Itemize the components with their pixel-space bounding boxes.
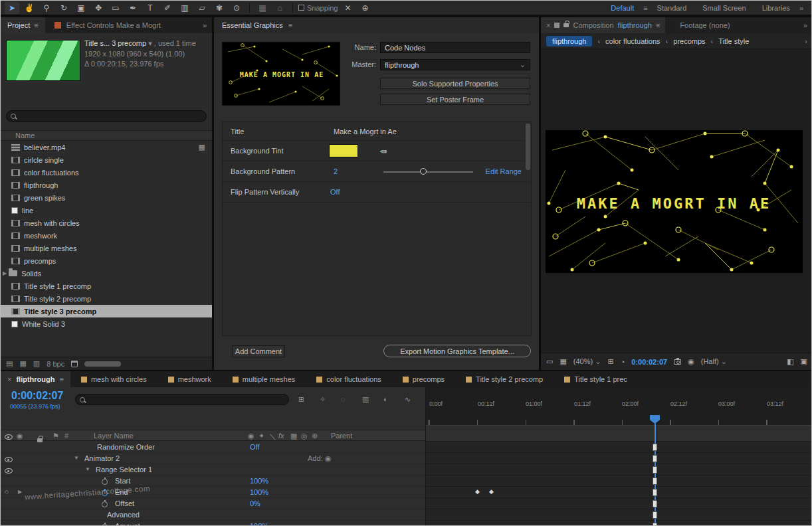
timeline-tab[interactable]: mesh with circles	[81, 375, 147, 383]
project-item-row[interactable]: Title style 1 precomp	[1, 280, 212, 292]
project-search-input[interactable]	[6, 110, 207, 122]
trash-icon[interactable]	[71, 361, 78, 367]
eye-icon[interactable]	[5, 457, 13, 462]
current-timecode[interactable]: 0:00:02:07	[11, 390, 63, 402]
export-mogrt-button[interactable]: Export Motion Graphics Template...	[383, 345, 531, 357]
rotation-tool-icon[interactable]: ↻	[56, 2, 71, 14]
workspace-small-screen[interactable]: Small Screen	[702, 4, 746, 12]
property-row-title[interactable]: Title Make a Mogrt in Ae	[223, 122, 531, 141]
breadcrumb-precomps[interactable]: precomps	[673, 37, 705, 45]
close-icon[interactable]: ×	[7, 375, 11, 383]
project-item-row[interactable]: multiple meshes	[1, 242, 212, 254]
project-item-row[interactable]: Title style 2 precomp	[1, 292, 212, 305]
project-item-row[interactable]: mesh with circles	[1, 217, 212, 229]
composition-viewport[interactable]: MAKE A MOGRT IN AE	[546, 130, 803, 273]
mask-feather-icon[interactable]: ▦	[255, 2, 270, 14]
main-view-icon[interactable]: ▦	[559, 357, 566, 366]
list-view-icon[interactable]: ▤	[6, 359, 13, 368]
motion-blur-icon[interactable]: ◐	[383, 395, 388, 403]
pattern-slider-knob[interactable]	[420, 168, 427, 175]
title-property-value[interactable]: Make a Mogrt in Ae	[334, 128, 397, 135]
panel-menu-icon[interactable]: ≡	[288, 21, 292, 29]
item-dropdown-icon[interactable]: ▾	[148, 39, 152, 47]
keyframe-icon[interactable]: ◆	[475, 488, 480, 495]
group-row-range-selector-1[interactable]: ▼ Range Selector 1	[1, 464, 425, 476]
workspace-libraries[interactable]: Libraries	[762, 4, 790, 12]
property-value[interactable]: 100%	[250, 477, 268, 485]
snap-off-icon[interactable]: ✕	[341, 2, 355, 14]
group-row-animator-2[interactable]: ▼ Animator 2 Add: ◉	[1, 453, 425, 464]
timeline-tab[interactable]: Title style 2 precomp	[466, 375, 543, 383]
panel-overflow-icon[interactable]: »	[203, 21, 207, 29]
project-item-row-solids[interactable]: ▶ Solids	[1, 267, 212, 280]
property-row-amount[interactable]: Amount 100%	[1, 521, 425, 526]
frame-blend-switch-icon[interactable]: ▦	[290, 432, 297, 440]
exposure-icon[interactable]: ▣	[801, 357, 807, 366]
draft-3d-icon[interactable]: ✧	[320, 395, 326, 404]
panel-overflow-icon[interactable]: »	[803, 21, 807, 29]
property-row-offset[interactable]: Offset 0%	[1, 498, 425, 509]
name-column-header[interactable]: Name	[15, 132, 35, 139]
breadcrumb-color-fluctuations[interactable]: color fluctuations	[605, 37, 660, 45]
twirl-down-icon[interactable]: ▼	[74, 455, 79, 461]
graph-editor-icon[interactable]: ∿	[405, 395, 411, 404]
timeline-tab-flipthrough[interactable]: × flipthrough ≡	[1, 371, 70, 387]
layer-name-column-header[interactable]: Layer Name	[94, 432, 134, 440]
workspace-default[interactable]: Default	[611, 4, 634, 12]
property-value[interactable]: 0%	[250, 499, 260, 507]
hand-tool-icon[interactable]: ✌	[22, 2, 37, 14]
tab-footage[interactable]: Footage (none)	[680, 21, 730, 29]
stopwatch-icon[interactable]	[102, 479, 108, 485]
properties-scrollbar[interactable]	[526, 124, 530, 170]
icon-view-icon[interactable]: ▦	[19, 359, 26, 368]
track-area[interactable]	[426, 442, 812, 526]
eye-icon[interactable]	[5, 468, 13, 474]
property-row-start[interactable]: Start 100%	[1, 476, 425, 487]
tab-effect-controls[interactable]: Effect Controls Make a Mogrt	[66, 21, 161, 29]
eraser-tool-icon[interactable]: ▱	[195, 2, 209, 14]
project-item-thumbnail[interactable]	[6, 40, 80, 81]
project-item-row[interactable]: line	[1, 204, 212, 217]
flip-value[interactable]: Off	[330, 188, 340, 196]
project-bpc-label[interactable]: 8 bpc	[47, 360, 64, 368]
always-preview-icon[interactable]: ▭	[546, 357, 553, 366]
region-of-interest-icon[interactable]: ◧	[787, 357, 793, 366]
project-item-row[interactable]: green spikes	[1, 191, 212, 204]
snap-options-icon[interactable]: ⊕	[358, 2, 373, 14]
workspace-overflow-icon[interactable]: »	[799, 4, 803, 12]
layer-number-column[interactable]: #	[64, 432, 68, 440]
project-item-row[interactable]: cirlcle single	[1, 153, 212, 166]
puppet-pin-tool-icon[interactable]: ⊙	[229, 2, 244, 14]
mogrt-name-input[interactable]: Code Nodes	[380, 42, 530, 53]
shy-switch-icon[interactable]: ＼	[269, 432, 276, 442]
camera-tool-icon[interactable]: ▣	[74, 2, 88, 14]
edit-range-link[interactable]: Edit Range	[486, 167, 522, 175]
twirl-down-icon[interactable]: ▼	[85, 466, 90, 472]
pen-tool-icon[interactable]: ✒	[126, 2, 140, 14]
solo-supported-properties-button[interactable]: Solo Supported Properties	[380, 78, 530, 89]
project-item-row-selected[interactable]: Title style 3 precomp	[1, 305, 212, 317]
keyframe-nav-diamond-icon[interactable]: ◇	[5, 489, 9, 495]
stopwatch-icon[interactable]	[102, 501, 108, 507]
3d-switch-icon[interactable]: ⊕	[312, 432, 318, 440]
keyframe-icon[interactable]: ◆	[489, 488, 494, 495]
keyframe-nav-next-icon[interactable]: ▶	[18, 489, 22, 495]
property-row-flip-pattern[interactable]: Flip Pattern Vertically Off	[223, 182, 531, 203]
type-tool-icon[interactable]: T	[143, 2, 157, 14]
twirl-right-icon[interactable]: ▶	[3, 270, 7, 276]
brush-tool-icon[interactable]: ✐	[160, 2, 175, 14]
fx-switch-icon[interactable]: fx	[278, 432, 284, 440]
project-item-row[interactable]: flipthrough	[1, 179, 212, 191]
master-comp-dropdown[interactable]: flipthrough ⌄	[380, 59, 530, 70]
show-snapshot-icon[interactable]: ◉	[688, 357, 694, 366]
panel-menu-icon[interactable]: ≡	[656, 21, 660, 29]
viewport-timecode[interactable]: 0:00:02:07	[631, 358, 667, 366]
timeline-tab[interactable]: color fluctuations	[316, 375, 381, 383]
property-value[interactable]: Off	[250, 443, 259, 451]
timeline-tab[interactable]: meshwork	[168, 375, 211, 383]
motion-blur-switch-icon[interactable]: ◎	[301, 432, 308, 440]
property-row-background-pattern[interactable]: Background Pattern 2 Edit Range	[223, 161, 531, 182]
shape-tool-icon[interactable]: ▭	[108, 2, 123, 14]
audio-column-icon[interactable]: ◉	[17, 432, 23, 440]
chevron-right-icon[interactable]: ›	[805, 37, 807, 45]
